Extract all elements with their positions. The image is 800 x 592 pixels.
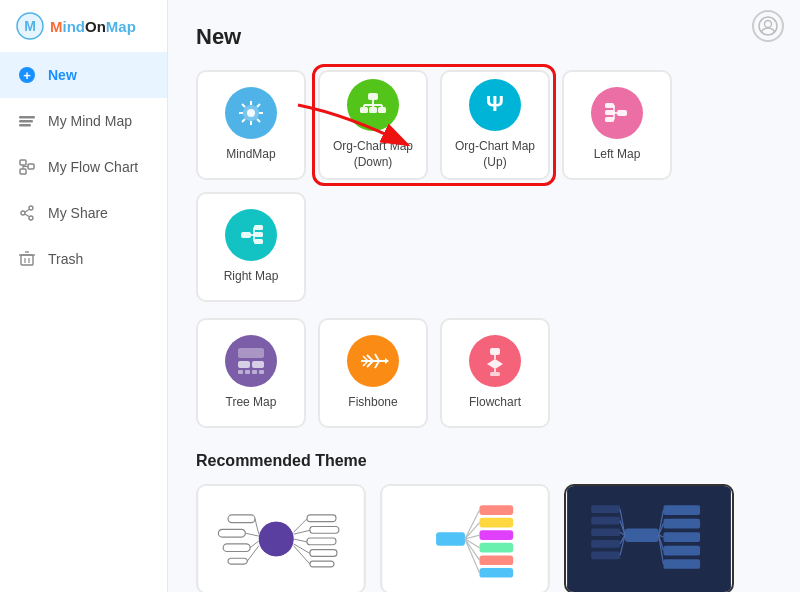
svg-rect-45 <box>605 103 614 108</box>
svg-rect-62 <box>245 370 250 374</box>
svg-line-31 <box>257 104 260 107</box>
sidebar-item-new[interactable]: + New <box>0 52 167 98</box>
org-chart-down-icon <box>347 79 399 131</box>
svg-rect-117 <box>663 532 700 542</box>
flowchart-label: Flowchart <box>469 395 521 411</box>
svg-line-15 <box>25 210 29 213</box>
template-org-chart-down[interactable]: Org-Chart Map(Down) <box>318 70 428 180</box>
svg-rect-106 <box>479 568 513 578</box>
svg-rect-8 <box>20 169 26 174</box>
svg-rect-59 <box>238 361 250 368</box>
mind-map-icon <box>16 110 38 132</box>
right-map-label: Right Map <box>224 269 279 285</box>
theme-grid <box>196 484 772 592</box>
fishbone-icon <box>347 335 399 387</box>
top-bar <box>752 10 784 42</box>
svg-rect-53 <box>254 225 263 230</box>
svg-rect-121 <box>591 517 620 525</box>
svg-rect-116 <box>663 519 700 529</box>
svg-marker-74 <box>487 359 503 369</box>
svg-rect-103 <box>479 530 513 540</box>
page-title: New <box>196 24 772 50</box>
main-content: New MindMap <box>168 0 800 592</box>
tree-map-label: Tree Map <box>226 395 277 411</box>
svg-text:M: M <box>24 18 36 34</box>
svg-rect-120 <box>591 505 620 513</box>
svg-rect-52 <box>241 232 251 238</box>
sidebar-item-trash[interactable]: Trash <box>0 236 167 282</box>
svg-rect-124 <box>591 552 620 560</box>
svg-rect-34 <box>368 93 378 100</box>
flowchart-icon <box>469 335 521 387</box>
sidebar-item-my-flow-chart[interactable]: My Flow Chart <box>0 144 167 190</box>
svg-rect-46 <box>605 110 614 115</box>
theme-card-2[interactable] <box>380 484 550 592</box>
svg-rect-123 <box>591 540 620 548</box>
new-icon: + <box>16 64 38 86</box>
svg-point-23 <box>765 21 772 28</box>
tree-map-icon <box>225 335 277 387</box>
svg-rect-105 <box>479 555 513 565</box>
theme-card-1[interactable] <box>196 484 366 592</box>
svg-rect-61 <box>238 370 243 374</box>
org-chart-up-icon: Ψ <box>469 79 521 131</box>
svg-rect-64 <box>259 370 264 374</box>
flow-chart-icon <box>16 156 38 178</box>
svg-point-80 <box>259 522 294 557</box>
template-grid-row2: Tree Map Fishbone <box>196 318 772 428</box>
logo: M MindOnMap <box>0 0 167 52</box>
svg-rect-7 <box>20 160 26 165</box>
svg-line-32 <box>242 119 245 122</box>
svg-rect-60 <box>252 361 264 368</box>
svg-rect-122 <box>591 528 620 536</box>
user-avatar[interactable] <box>752 10 784 42</box>
left-map-icon <box>591 87 643 139</box>
logo-icon: M <box>16 12 44 40</box>
fishbone-label: Fishbone <box>348 395 397 411</box>
svg-rect-37 <box>378 107 386 113</box>
theme-card-3[interactable] <box>564 484 734 592</box>
svg-point-13 <box>29 216 33 220</box>
sidebar-item-share-label: My Share <box>48 205 108 221</box>
svg-rect-101 <box>479 505 513 515</box>
sidebar-item-new-label: New <box>48 67 77 83</box>
sidebar: M MindOnMap + New My Mind Map My Flow Ch… <box>0 0 168 592</box>
org-chart-up-label: Org-Chart Map (Up) <box>442 139 548 170</box>
template-grid: MindMap <box>196 70 772 302</box>
template-fishbone[interactable]: Fishbone <box>318 318 428 428</box>
svg-rect-36 <box>369 107 377 113</box>
svg-rect-119 <box>663 559 700 569</box>
svg-text:Ψ: Ψ <box>486 91 504 116</box>
svg-text:+: + <box>23 68 31 83</box>
sidebar-item-mind-map-label: My Mind Map <box>48 113 132 129</box>
left-map-label: Left Map <box>594 147 641 163</box>
sidebar-item-my-share[interactable]: My Share <box>0 190 167 236</box>
svg-rect-5 <box>19 120 33 123</box>
template-flowchart[interactable]: Flowchart <box>440 318 550 428</box>
svg-rect-4 <box>19 116 35 119</box>
svg-rect-35 <box>360 107 368 113</box>
svg-point-12 <box>29 206 33 210</box>
org-chart-down-label: Org-Chart Map(Down) <box>333 139 413 170</box>
svg-marker-72 <box>385 358 389 364</box>
svg-line-69 <box>375 361 379 368</box>
svg-line-16 <box>25 214 29 217</box>
svg-rect-73 <box>490 348 500 355</box>
svg-rect-104 <box>479 543 513 553</box>
svg-rect-44 <box>617 110 627 116</box>
sidebar-item-my-mind-map[interactable]: My Mind Map <box>0 98 167 144</box>
template-left-map[interactable]: Left Map <box>562 70 672 180</box>
svg-point-14 <box>21 211 25 215</box>
svg-rect-118 <box>663 546 700 556</box>
template-tree-map[interactable]: Tree Map <box>196 318 306 428</box>
logo-text: MindOnMap <box>50 18 136 35</box>
svg-rect-100 <box>436 532 465 545</box>
svg-rect-17 <box>21 255 33 265</box>
svg-rect-55 <box>254 239 263 244</box>
template-mindmap[interactable]: MindMap <box>196 70 306 180</box>
template-right-map[interactable]: Right Map <box>196 192 306 302</box>
svg-rect-63 <box>252 370 257 374</box>
template-org-chart-up[interactable]: Ψ Org-Chart Map (Up) <box>440 70 550 180</box>
sidebar-item-trash-label: Trash <box>48 251 83 267</box>
highlighted-group: Org-Chart Map(Down) Ψ Org-Chart Map (Up) <box>318 70 550 180</box>
